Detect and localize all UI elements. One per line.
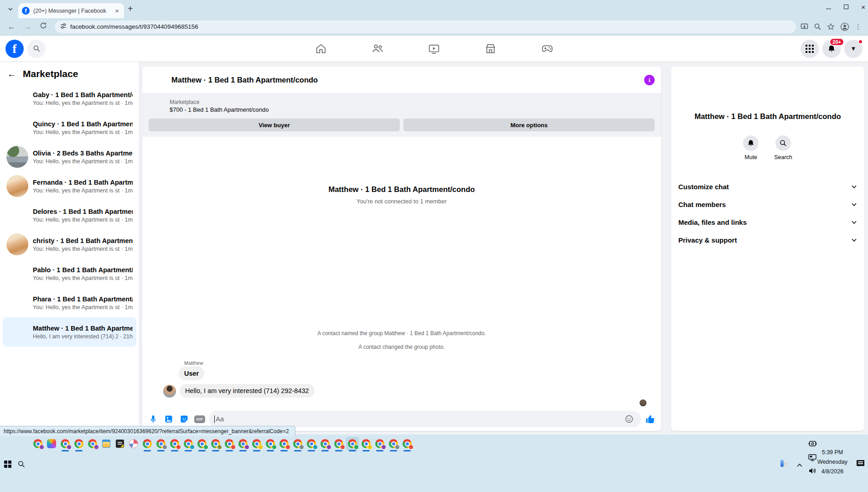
- search-chat-button[interactable]: Search: [774, 135, 792, 161]
- like-icon[interactable]: [644, 413, 656, 425]
- status-bar-link-preview: https://www.facebook.com/marketplace/ite…: [0, 426, 295, 436]
- gaming-icon[interactable]: [541, 42, 553, 55]
- site-settings-icon[interactable]: [60, 23, 67, 31]
- conversation-item[interactable]: Quincy · 1 Bed 1 Bath Apartment/c... You…: [3, 113, 136, 142]
- chrome-taskbar-icon[interactable]: [362, 439, 371, 448]
- notifications-button[interactable]: 20+: [822, 40, 841, 58]
- chrome-taskbar-icon[interactable]: [74, 439, 83, 448]
- chrome-taskbar-icon[interactable]: [238, 439, 248, 448]
- facebook-search-button[interactable]: [27, 40, 46, 58]
- view-buyer-button[interactable]: View buyer: [149, 119, 400, 131]
- conversation-item[interactable]: Gaby · 1 Bed 1 Bath Apartment/co... You:…: [3, 84, 136, 113]
- conversation-time: · 1m: [120, 246, 133, 252]
- chrome-taskbar-icon[interactable]: [184, 439, 193, 448]
- chrome-taskbar-icon[interactable]: [307, 439, 316, 448]
- conversation-item[interactable]: christy · 1 Bed 1 Bath Apartment/c... Yo…: [3, 230, 136, 259]
- chrome-taskbar-icon[interactable]: [252, 439, 261, 448]
- mute-button[interactable]: Mute: [743, 135, 759, 161]
- conversation-name: Phara · 1 Bed 1 Bath Apartment/co...: [33, 295, 133, 303]
- details-menu-row[interactable]: Media, files and links: [671, 213, 864, 231]
- address-bar[interactable]: facebook.com/messages/t/9370440949685156: [55, 21, 796, 33]
- conversation-item[interactable]: Pablo · 1 Bed 1 Bath Apartment/co... You…: [3, 259, 136, 288]
- browser-tab[interactable]: f (20+) Messenger | Facebook ×: [18, 3, 124, 18]
- magnifier-icon: [775, 135, 791, 151]
- chrome-taskbar-icon[interactable]: [266, 439, 275, 448]
- conversation-avatar: [6, 263, 28, 285]
- chrome-taskbar-icon[interactable]: [403, 439, 412, 448]
- chrome-taskbar-icon[interactable]: [334, 439, 343, 448]
- conversation-item[interactable]: Delores · 1 Bed 1 Bath Apartment/c... Yo…: [3, 201, 136, 230]
- mic-icon[interactable]: [147, 413, 160, 425]
- clock-date: 4/8/2026: [811, 467, 853, 476]
- zoom-icon[interactable]: [814, 23, 822, 31]
- chrome-taskbar-icon[interactable]: [156, 439, 165, 448]
- conversation-preview: You: Hello, yes the Apartment is still a…: [33, 217, 120, 223]
- folder-taskbar-icon[interactable]: [102, 439, 111, 448]
- chrome-taskbar-icon[interactable]: [225, 439, 234, 448]
- paint-taskbar-icon[interactable]: [129, 439, 138, 448]
- new-tab-button[interactable]: +: [128, 4, 133, 14]
- back-icon[interactable]: ←: [5, 22, 19, 31]
- weather-temp-icon[interactable]: ↑: [780, 460, 787, 467]
- home-icon[interactable]: [315, 42, 327, 55]
- facebook-nav: [315, 42, 553, 55]
- hidden-icons-chevron-icon[interactable]: [796, 461, 803, 469]
- chrome-taskbar-icon[interactable]: [375, 439, 384, 448]
- details-menu-row[interactable]: Chat members: [671, 196, 864, 213]
- back-arrow-icon[interactable]: ←: [7, 69, 16, 79]
- chrome-taskbar-icon[interactable]: [33, 439, 42, 448]
- taskbar-search-icon[interactable]: [18, 461, 25, 470]
- marketplace-icon[interactable]: [484, 42, 497, 55]
- chrome-taskbar-icon[interactable]: [170, 439, 179, 448]
- maximize-button[interactable]: [844, 3, 848, 11]
- browser-menu-kebab-icon[interactable]: ⋮: [855, 23, 862, 31]
- conversation-item[interactable]: Phara · 1 Bed 1 Bath Apartment/co... You…: [3, 288, 136, 317]
- conversation-item[interactable]: Fernanda · 1 Bed 1 Bath Apartment... You…: [3, 171, 136, 201]
- image-icon[interactable]: [162, 413, 175, 425]
- message-bubble[interactable]: User: [179, 367, 204, 380]
- search-label: Search: [774, 154, 792, 161]
- facebook-logo[interactable]: f: [5, 40, 24, 58]
- more-options-button[interactable]: More options: [403, 119, 655, 131]
- watch-icon[interactable]: [428, 42, 440, 55]
- chrome-taskbar-icon[interactable]: [143, 439, 152, 448]
- info-icon[interactable]: i: [644, 75, 655, 85]
- chrome-taskbar-icon[interactable]: [61, 439, 70, 448]
- details-menu-row[interactable]: Customize chat: [671, 178, 864, 196]
- apps-grid-button[interactable]: [801, 40, 819, 58]
- details-actions: Mute Search: [671, 135, 864, 161]
- minimize-button[interactable]: [826, 3, 831, 11]
- taskbar-clock[interactable]: 5:39 PM Wednesday 4/8/2026: [811, 448, 853, 476]
- sticker-icon[interactable]: [178, 413, 191, 425]
- chrome-taskbar-icon[interactable]: [88, 439, 97, 448]
- forward-icon[interactable]: →: [21, 22, 35, 31]
- reload-icon[interactable]: [36, 22, 50, 31]
- copilot-taskbar-icon[interactable]: [47, 439, 56, 448]
- chrome-taskbar-icon[interactable]: [320, 439, 330, 448]
- conversation-item[interactable]: Olivia · 2 Beds 3 Baths Apartment/... Yo…: [3, 142, 136, 171]
- message-input[interactable]: Aa: [209, 411, 641, 427]
- chrome-taskbar-icon[interactable]: [279, 439, 289, 448]
- chrome-taskbar-icon[interactable]: [348, 439, 357, 448]
- emoji-icon[interactable]: [623, 413, 636, 425]
- notification-center-icon[interactable]: [857, 460, 864, 466]
- message-bubble[interactable]: Hello, I am very interested (714) 292-84…: [180, 384, 315, 398]
- chrome-taskbar-icon[interactable]: [197, 439, 207, 448]
- tab-search-chevron-icon[interactable]: [5, 3, 16, 15]
- browser-profile-icon[interactable]: [840, 22, 849, 31]
- account-menu-button[interactable]: ▼: [844, 40, 863, 58]
- notepad-taskbar-icon[interactable]: [115, 439, 124, 448]
- chrome-taskbar-icon[interactable]: [211, 439, 220, 448]
- start-button-icon[interactable]: [4, 461, 11, 468]
- tab-close-icon[interactable]: ×: [114, 7, 120, 15]
- details-menu-row[interactable]: Privacy & support: [671, 231, 864, 249]
- bookmark-star-icon[interactable]: [827, 23, 835, 31]
- chrome-taskbar-icon[interactable]: [293, 439, 302, 448]
- install-app-icon[interactable]: [801, 23, 808, 31]
- chrome-taskbar-icon[interactable]: [389, 439, 398, 448]
- close-button[interactable]: ×: [861, 4, 865, 10]
- conversation-item[interactable]: Matthew · 1 Bed 1 Bath Apartment... Hell…: [3, 317, 136, 347]
- friends-icon[interactable]: [371, 42, 384, 55]
- gif-icon[interactable]: GIF: [193, 413, 206, 425]
- details-menu: Customize chat Chat members Media, files…: [671, 178, 864, 249]
